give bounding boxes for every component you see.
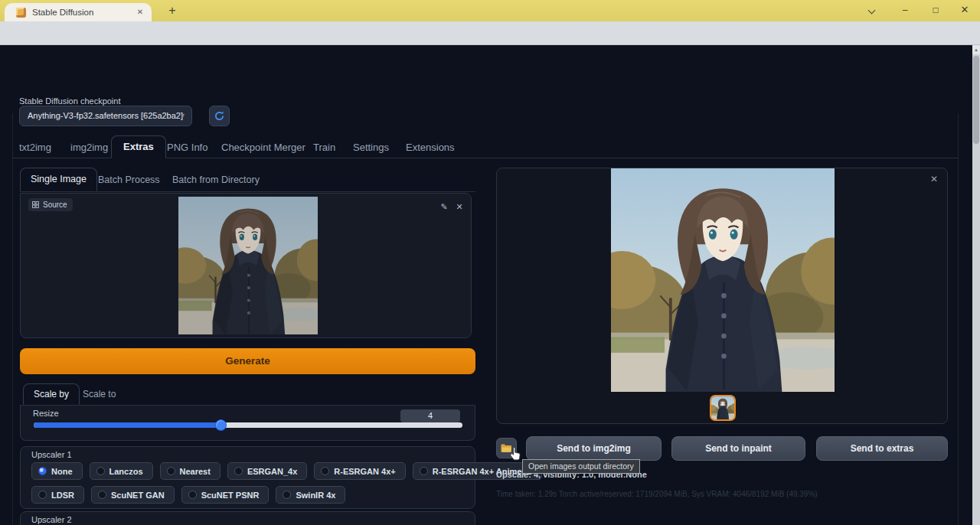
radio-icon [38,491,47,499]
window-maximize-button[interactable]: □ [928,2,943,18]
upscaler1-label: Upscaler 1 [31,450,72,459]
upscaler1-option-lanczos[interactable]: Lanczos [90,462,153,480]
tab-search-chevron-icon[interactable] [864,2,879,18]
resize-slider-handle[interactable] [215,419,227,431]
upscaler1-option-ldsr[interactable]: LDSR [31,486,84,504]
source-chip-label: Source [43,201,67,209]
cursor-pointer-icon [510,446,523,462]
radio-icon [167,467,175,475]
subtab-batch-from-directory[interactable]: Batch from Directory [172,174,260,185]
close-result-icon[interactable]: ✕ [930,174,938,184]
tab-train[interactable]: Train [313,142,335,153]
radio-icon [188,491,197,499]
scrollbar-up-icon[interactable]: ▲ [972,45,980,54]
checkpoint-value: Anything-V3-fp32.safetensors [625a2ba2] [28,111,183,120]
browser-tabstrip: Stable Diffusion ✕ + – □ ✕ [0,0,980,21]
upscaler1-option-resrgan4x[interactable]: R-ESRGAN 4x+ [314,462,405,480]
upscaler1-option-nearest[interactable]: Nearest [160,462,220,480]
result-gallery: ✕ [496,168,948,424]
edit-image-icon[interactable]: ✎ [438,201,450,213]
chevron-down-icon: ▾ [181,111,185,119]
generate-button[interactable]: Generate [20,348,475,374]
tab-scale-to[interactable]: Scale to [83,389,116,399]
upscaler2-label: Upscaler 2 [31,515,72,524]
subtabs-divider [20,191,475,192]
tab-title: Stable Diffusion [32,8,93,17]
radio-icon [96,467,105,475]
footer-stats-text: Time taken: 1.29s Torch active/reserved:… [496,490,818,498]
radio-icon [98,491,106,499]
upscaler1-option-none[interactable]: None [31,462,83,480]
send-to-extras-button[interactable]: Send to extras [816,436,948,461]
checkpoint-label: Stable Diffusion checkpoint [19,96,121,106]
browser-window: Stable Diffusion ✕ + – □ ✕ ← → ↻ i 127.0… [0,0,980,525]
result-image[interactable] [611,168,835,392]
webui-page: Stable Diffusion checkpoint Anything-V3-… [0,45,980,525]
source-image-dropzone[interactable]: Source ✎ ✕ [20,193,472,338]
upscaler2-block: Upscaler 2 None Lanczos Nearest ESRGAN_4… [20,511,475,525]
radio-icon [283,491,291,499]
resize-slider[interactable] [34,422,462,428]
tab-scale-by[interactable]: Scale by [23,383,80,405]
clear-image-icon[interactable]: ✕ [453,201,466,213]
upscaler1-block: Upscaler 1 None Lanczos Nearest ESRGAN_4… [20,446,475,509]
send-to-img2img-button[interactable]: Send to img2img [526,436,662,461]
subtab-batch-process[interactable]: Batch Process [98,174,160,185]
refresh-checkpoints-button[interactable] [209,106,230,126]
scrollbar-thumb[interactable] [973,56,979,144]
tab-settings[interactable]: Settings [353,142,389,153]
upscaler1-option-scunet-gan[interactable]: ScuNET GAN [91,486,175,504]
radio-icon [234,467,243,475]
resize-value-input[interactable]: 4 [400,409,460,422]
checkpoint-dropdown[interactable]: Anything-V3-fp32.safetensors [625a2ba2] … [19,106,192,126]
tab-png-info[interactable]: PNG Info [167,142,207,153]
grid-icon [32,201,39,208]
tab-txt2img[interactable]: txt2img [19,142,51,153]
radio-icon [38,467,47,475]
gallery-thumbnail[interactable] [710,395,736,421]
upscaler1-option-esrgan4x[interactable]: ESRGAN_4x [227,462,307,480]
site-favicon-icon [16,8,26,18]
folder-tooltip: Open images output directory [522,459,640,474]
window-close-button[interactable]: ✕ [957,2,972,18]
upscaler1-option-scunet-psnr[interactable]: ScuNET PSNR [181,486,270,504]
resize-label: Resize [33,409,59,418]
send-to-inpaint-button[interactable]: Send to inpaint [671,436,805,461]
resize-block: Resize 4 [20,405,475,441]
new-tab-button[interactable]: + [165,4,179,18]
radio-icon [420,467,428,475]
upscaler1-option-swinir[interactable]: SwinIR 4x [276,486,345,504]
tab-close-icon[interactable]: ✕ [135,7,145,18]
browser-tab[interactable]: Stable Diffusion ✕ [5,3,152,21]
resize-slider-fill [34,422,221,428]
source-chip: Source [28,198,73,211]
page-scrollbar[interactable]: ▲ [972,45,980,525]
tab-img2img[interactable]: img2img [70,142,108,153]
radio-icon [321,467,329,475]
window-minimize-button[interactable]: – [897,2,913,18]
tab-checkpoint-merger[interactable]: Checkpoint Merger [221,142,305,153]
tab-extensions[interactable]: Extensions [406,142,455,153]
source-image[interactable] [178,197,318,334]
subtab-single-image[interactable]: Single Image [20,168,97,191]
tab-extras[interactable]: Extras [111,135,166,158]
browser-toolbar: ← → ↻ i 127.0.0.1:7860 ★ G ⋮ [0,21,980,45]
